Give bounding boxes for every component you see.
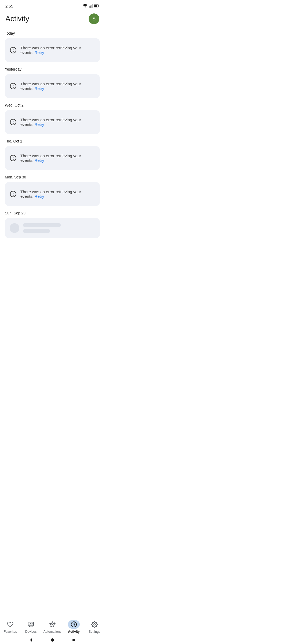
svg-rect-1 xyxy=(90,5,90,8)
loading-line-short xyxy=(23,229,50,233)
loading-lines-sep29 xyxy=(23,223,61,233)
svg-rect-6 xyxy=(94,5,97,7)
error-message-oct2: There was an error retrieving your event… xyxy=(20,118,95,127)
svg-point-15 xyxy=(13,123,13,123)
error-icon-yesterday xyxy=(10,83,17,90)
error-message-sep30: There was an error retrieving your event… xyxy=(20,189,95,199)
section-label-oct2: Wed, Oct 2 xyxy=(5,103,100,107)
svg-rect-5 xyxy=(99,5,99,7)
retry-button-sep30[interactable]: Retry xyxy=(35,194,44,199)
error-icon-oct2 xyxy=(10,119,17,126)
status-time: 2:55 xyxy=(5,4,13,8)
content: Today There was an error retrieving your… xyxy=(0,31,105,270)
error-message-today: There was an error retrieving your event… xyxy=(20,46,95,55)
retry-button-yesterday[interactable]: Retry xyxy=(35,86,44,91)
loading-avatar-sep29 xyxy=(10,223,19,233)
section-label-oct1: Tue, Oct 1 xyxy=(5,139,100,143)
error-card-oct2: There was an error retrieving your event… xyxy=(5,110,100,134)
error-message-yesterday: There was an error retrieving your event… xyxy=(20,82,95,91)
svg-rect-0 xyxy=(89,6,89,8)
error-card-today: There was an error retrieving your event… xyxy=(5,38,100,62)
section-label-today: Today xyxy=(5,31,100,35)
error-icon-oct1 xyxy=(10,155,17,162)
error-icon-today xyxy=(10,47,17,54)
svg-point-18 xyxy=(13,159,13,159)
svg-rect-3 xyxy=(92,4,93,8)
error-card-sep30: There was an error retrieving your event… xyxy=(5,182,100,206)
wifi-icon xyxy=(83,4,88,8)
error-card-yesterday: There was an error retrieving your event… xyxy=(5,74,100,98)
retry-button-oct1[interactable]: Retry xyxy=(35,158,44,163)
page-title: Activity xyxy=(5,14,29,23)
svg-point-21 xyxy=(13,195,13,195)
header: Activity S xyxy=(0,11,105,30)
error-card-oct1: There was an error retrieving your event… xyxy=(5,146,100,170)
battery-icon xyxy=(94,4,99,8)
avatar[interactable]: S xyxy=(89,13,99,24)
retry-button-oct2[interactable]: Retry xyxy=(35,122,44,127)
svg-rect-2 xyxy=(91,5,92,8)
section-label-yesterday: Yesterday xyxy=(5,67,100,71)
status-bar: 2:55 xyxy=(0,0,105,11)
svg-point-12 xyxy=(13,87,13,87)
loading-line-long xyxy=(23,223,61,227)
loading-card-sep29 xyxy=(5,218,100,238)
error-message-oct1: There was an error retrieving your event… xyxy=(20,153,95,163)
signal-icon xyxy=(89,4,93,8)
section-label-sep30: Mon, Sep 30 xyxy=(5,175,100,179)
section-label-sep29: Sun, Sep 29 xyxy=(5,211,100,215)
error-icon-sep30 xyxy=(10,191,17,197)
svg-point-9 xyxy=(13,51,13,52)
status-icons xyxy=(83,4,99,8)
retry-button-today[interactable]: Retry xyxy=(35,50,44,55)
